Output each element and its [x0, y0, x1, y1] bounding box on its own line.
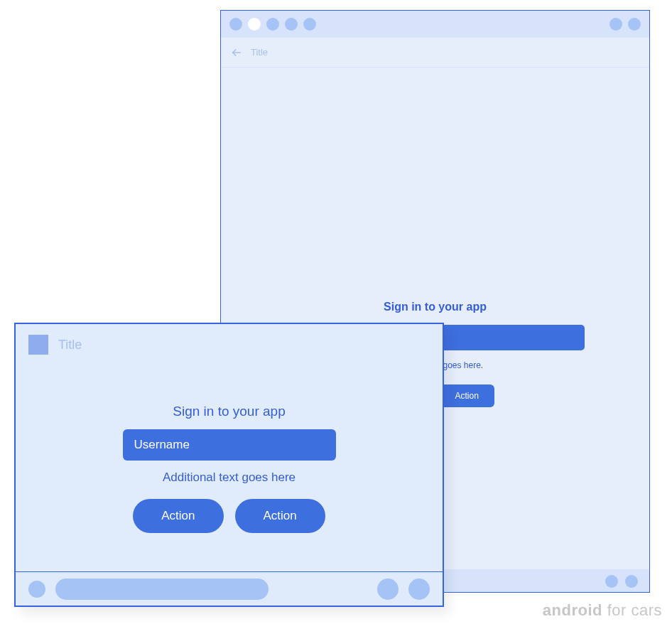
signin-heading: Sign in to your app [384, 301, 487, 313]
watermark-bold: android [543, 601, 602, 619]
status-dot-icon [609, 18, 622, 31]
nav-dot-icon[interactable] [605, 575, 618, 588]
status-dot-icon [303, 18, 316, 31]
phone-frame: Title Sign in to your app Additional tex… [14, 323, 444, 607]
signin-heading: Sign in to your app [173, 404, 285, 419]
page-title: Title [58, 338, 82, 353]
nav-dot-icon[interactable] [377, 579, 399, 600]
action-button[interactable]: Action [235, 499, 325, 533]
app-icon[interactable] [28, 335, 48, 355]
tablet-status-bar [221, 11, 649, 38]
back-arrow-icon[interactable] [231, 47, 242, 58]
action-button[interactable]: Action [133, 499, 223, 533]
phone-content: Sign in to your app Additional text goes… [16, 365, 443, 571]
additional-text: Additional text goes here [163, 470, 296, 485]
status-dot-icon [628, 18, 641, 31]
action-button[interactable]: Action [440, 384, 494, 407]
phone-app-bar: Title [16, 324, 443, 365]
nav-pill[interactable] [55, 579, 269, 600]
status-dot-icon [285, 18, 298, 31]
status-dot-icon [229, 18, 242, 31]
nav-dot-icon[interactable] [28, 581, 45, 598]
tablet-app-bar: Title [221, 38, 649, 68]
status-dot-icon [266, 18, 279, 31]
status-dot-active-icon [248, 18, 261, 31]
username-input[interactable] [123, 429, 336, 461]
phone-nav-bar [16, 571, 443, 606]
watermark-light: for cars [602, 601, 662, 619]
page-title: Title [251, 47, 268, 58]
watermark: android for cars [543, 601, 662, 620]
nav-dot-icon[interactable] [408, 579, 430, 600]
nav-dot-icon[interactable] [625, 575, 638, 588]
action-row: Action Action [133, 499, 325, 533]
